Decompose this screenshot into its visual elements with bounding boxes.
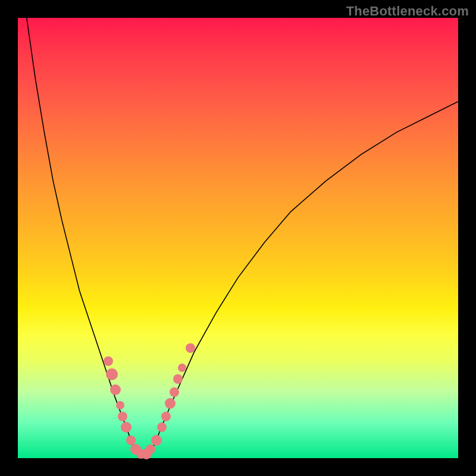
curve-left-branch xyxy=(27,18,133,445)
plot-area xyxy=(18,18,458,458)
data-marker xyxy=(186,343,195,353)
data-marker xyxy=(165,398,176,409)
data-marker xyxy=(157,422,167,432)
chart-stage: TheBottleneck.com xyxy=(0,0,476,476)
data-marker xyxy=(116,401,124,409)
data-marker xyxy=(178,364,186,372)
data-marker xyxy=(151,435,162,446)
curve-svg xyxy=(18,18,458,458)
data-marker xyxy=(104,356,113,366)
curve-right-branch xyxy=(154,102,458,445)
data-marker xyxy=(173,374,183,384)
data-marker xyxy=(121,422,131,433)
watermark-text: TheBottleneck.com xyxy=(346,4,469,19)
data-marker xyxy=(106,368,118,380)
data-marker xyxy=(170,387,179,397)
data-marker xyxy=(118,412,127,421)
data-marker xyxy=(161,412,171,421)
data-marker xyxy=(146,444,155,454)
data-marker xyxy=(110,384,121,395)
